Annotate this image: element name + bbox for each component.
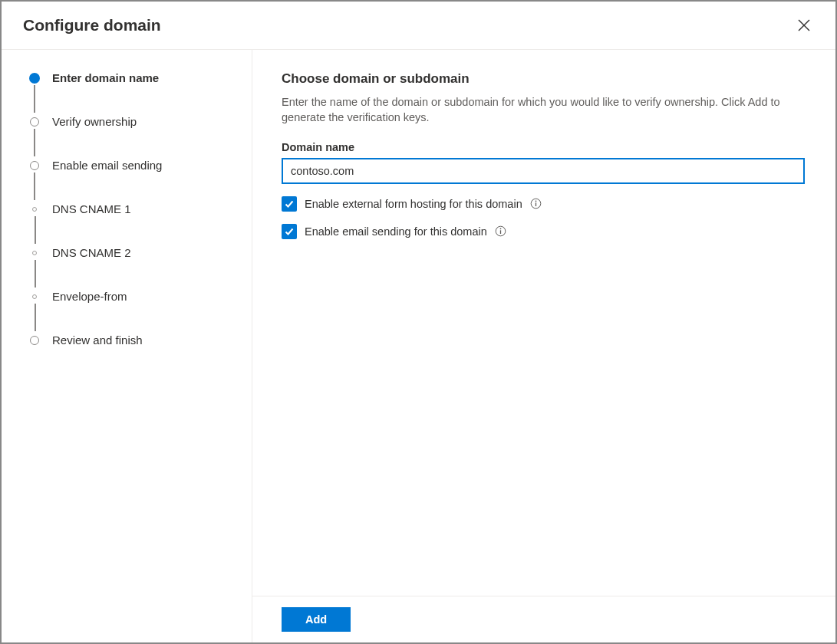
step-dot-hollow-icon bbox=[30, 161, 39, 170]
step-sidebar: Enter domain name Verify ownership Enabl… bbox=[2, 50, 252, 642]
step-dns-cname-2[interactable]: DNS CNAME 2 bbox=[29, 246, 236, 259]
info-icon[interactable] bbox=[495, 225, 506, 237]
checkbox-label-email-sending: Enable email sending for this domain bbox=[305, 225, 487, 238]
checkbox-label-form-hosting: Enable external form hosting for this do… bbox=[305, 198, 522, 210]
checkbox-enable-email-sending[interactable] bbox=[282, 224, 297, 239]
step-enter-domain-name[interactable]: Enter domain name bbox=[29, 71, 236, 84]
step-connector bbox=[34, 85, 35, 113]
step-label: Envelope-from bbox=[52, 290, 127, 303]
step-connector bbox=[35, 304, 36, 331]
main-panel: Choose domain or subdomain Enter the nam… bbox=[252, 50, 835, 642]
close-button[interactable] bbox=[794, 15, 814, 35]
step-label: DNS CNAME 2 bbox=[52, 246, 131, 259]
dialog-header: Configure domain bbox=[2, 2, 835, 50]
info-icon[interactable] bbox=[530, 198, 542, 209]
step-label: Enter domain name bbox=[52, 71, 159, 84]
section-heading: Choose domain or subdomain bbox=[282, 71, 806, 87]
step-connector bbox=[34, 129, 35, 156]
checkbox-enable-form-hosting[interactable] bbox=[282, 196, 297, 212]
step-envelope-from[interactable]: Envelope-from bbox=[29, 290, 236, 303]
step-dot-sub-icon bbox=[32, 294, 37, 299]
step-label: Review and finish bbox=[52, 334, 143, 347]
step-dot-hollow-icon bbox=[30, 117, 39, 127]
step-dot-active-icon bbox=[29, 73, 40, 84]
checkbox-row-email-sending: Enable email sending for this domain bbox=[282, 224, 806, 239]
step-connector bbox=[35, 260, 36, 288]
step-review-and-finish[interactable]: Review and finish bbox=[29, 334, 236, 347]
dialog-body: Enter domain name Verify ownership Enabl… bbox=[2, 50, 835, 642]
section-description: Enter the name of the domain or subdomai… bbox=[282, 94, 803, 126]
step-connector bbox=[35, 216, 36, 244]
step-connector bbox=[34, 172, 35, 200]
step-dot-sub-icon bbox=[32, 207, 37, 212]
dialog-footer: Add bbox=[252, 596, 835, 642]
dialog-title: Configure domain bbox=[23, 16, 161, 34]
add-button[interactable]: Add bbox=[282, 607, 351, 632]
step-label: Enable email sending bbox=[52, 159, 162, 172]
step-dns-cname-1[interactable]: DNS CNAME 1 bbox=[29, 202, 236, 215]
domain-name-input[interactable] bbox=[282, 158, 805, 184]
svg-point-3 bbox=[535, 200, 536, 202]
step-verify-ownership[interactable]: Verify ownership bbox=[29, 115, 236, 128]
svg-point-6 bbox=[499, 228, 501, 229]
step-dot-hollow-icon bbox=[30, 336, 39, 345]
checkmark-icon bbox=[284, 226, 295, 237]
checkmark-icon bbox=[284, 199, 295, 209]
step-label: DNS CNAME 1 bbox=[52, 202, 131, 215]
step-enable-email-sending[interactable]: Enable email sending bbox=[29, 159, 236, 172]
domain-name-label: Domain name bbox=[282, 141, 806, 153]
step-dot-sub-icon bbox=[32, 251, 37, 255]
close-icon bbox=[797, 18, 811, 32]
checkbox-row-form-hosting: Enable external form hosting for this do… bbox=[282, 196, 806, 212]
step-label: Verify ownership bbox=[52, 115, 137, 128]
